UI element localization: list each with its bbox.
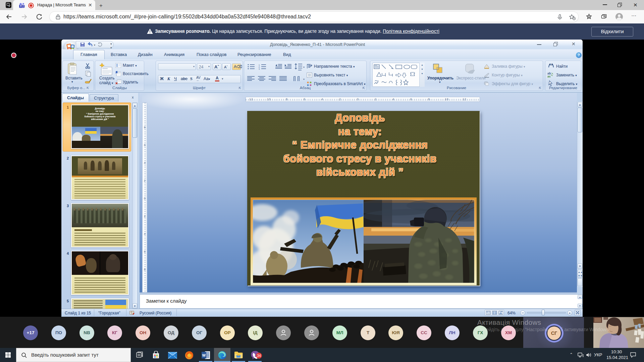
svg-text:T: T (20, 5, 22, 8)
svg-text:W: W (202, 353, 206, 357)
svg-text:3: 3 (259, 68, 260, 70)
svg-text:AA: AA (549, 63, 553, 66)
svg-text:ac: ac (547, 75, 551, 78)
